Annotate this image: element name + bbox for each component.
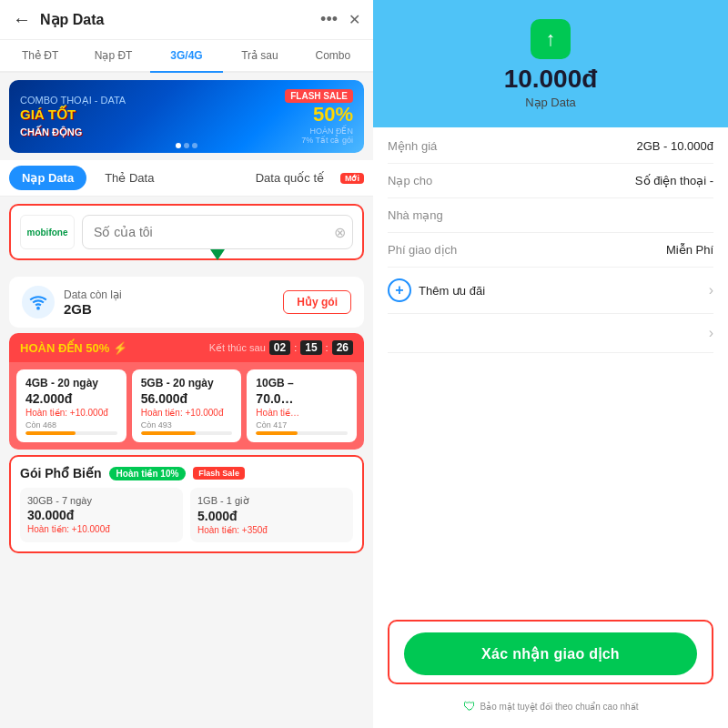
- phi-giao-dich-row: Phí giao dịch Miễn Phí: [388, 233, 713, 268]
- nap-cho-key: Nạp cho: [388, 174, 432, 187]
- sub-tab-the-data[interactable]: Thẻ Data: [92, 166, 167, 190]
- add-promo-row[interactable]: + Thêm ưu đãi ›: [388, 268, 713, 314]
- dropdown-arrow: [210, 249, 225, 260]
- sub-tab-nap-data[interactable]: Nạp Data: [9, 166, 86, 190]
- promo-banner[interactable]: COMBO THOẠI - DATA GIÁ TỐT CHẤN ĐỘNG FLA…: [9, 80, 364, 153]
- wifi-icon: [22, 286, 55, 318]
- new-badge: Mới: [340, 173, 364, 184]
- popular-card-title-1: 1GB - 1 giờ: [197, 495, 346, 507]
- confirm-button[interactable]: Xác nhận giao dịch: [404, 632, 697, 675]
- back-button[interactable]: ←: [13, 9, 31, 30]
- popular-header: Gói Phổ Biến Hoàn tiền 10% Flash Sale: [20, 466, 353, 480]
- banner-dot-1: [176, 143, 181, 148]
- promo-card-cashback-0: Hoàn tiền: +10.000đ: [25, 408, 117, 418]
- security-note: 🛡 Bảo mật tuyệt đối theo chuẩn cao nhất: [388, 699, 713, 713]
- sub-tab-data-quoc-te[interactable]: Data quốc tế: [243, 166, 337, 190]
- popular-card-1[interactable]: 1GB - 1 giờ 5.000đ Hoàn tiền: +350đ: [190, 488, 353, 542]
- promo-card-title-0: 4GB - 20 ngày: [25, 377, 117, 389]
- phone-input-wrap: ⊗: [82, 215, 353, 249]
- nap-cho-value: Số điện thoại -: [635, 174, 713, 187]
- popular-cards-list: 30GB - 7 ngày 30.000đ Hoàn tiền: +10.000…: [20, 488, 353, 542]
- app-icon-symbol: ↑: [546, 27, 556, 51]
- popular-card-cashback-0: Hoàn tiền: +10.000đ: [27, 524, 176, 534]
- popular-section: Gói Phổ Biến Hoàn tiền 10% Flash Sale 30…: [9, 455, 364, 553]
- phone-input[interactable]: [82, 215, 353, 249]
- tab-combo[interactable]: Combo: [297, 40, 369, 71]
- tab-the-dt[interactable]: Thẻ ĐT: [4, 40, 76, 71]
- tab-tra-sau[interactable]: Trả sau: [223, 40, 296, 71]
- header: ← Nạp Data ••• ✕: [0, 0, 373, 40]
- tab-3g4g[interactable]: 3G/4G: [150, 40, 223, 73]
- phi-giao-dich-key: Phí giao dịch: [388, 243, 457, 257]
- tab-nap-dt[interactable]: Nạp ĐT: [76, 40, 149, 71]
- promo-card-1[interactable]: 5GB - 20 ngày 56.000đ Hoàn tiền: +10.000…: [132, 369, 242, 442]
- main-tabs: Thẻ ĐT Nạp ĐT 3G/4G Trả sau Combo: [0, 40, 373, 73]
- transaction-amount: 10.000đ: [504, 65, 598, 94]
- data-remaining-section: Data còn lại 2GB Hủy gói: [9, 277, 364, 328]
- popular-card-title-0: 30GB - 7 ngày: [27, 495, 176, 506]
- popular-card-cashback-1: Hoàn tiền: +350đ: [197, 525, 346, 535]
- banner-dot-2: [184, 143, 189, 148]
- page-title: Nạp Data: [40, 11, 320, 28]
- nha-mang-key: Nhà mạng: [388, 208, 443, 222]
- promo-card-cashback-1: Hoàn tiền: +10.000đ: [141, 408, 233, 418]
- sub-tab-data-quoc-te-wrap: Data quốc tế Mới: [243, 166, 364, 190]
- phi-giao-dich-value: Miễn Phí: [666, 243, 713, 257]
- banner-dot-3: [192, 143, 197, 148]
- popular-card-price-0: 30.000đ: [27, 508, 176, 522]
- more-options-button[interactable]: •••: [320, 10, 338, 29]
- popular-badge: Hoàn tiền 10%: [109, 467, 187, 480]
- countdown: Kết thúc sau 02 : 15 : 26: [209, 340, 353, 355]
- security-text: Bảo mật tuyệt đối theo chuẩn cao nhất: [480, 702, 639, 712]
- right-top: ↑ 10.000đ Nạp Data: [373, 0, 728, 127]
- sub-tabs: Nạp Data Thẻ Data Data quốc tế Mới: [0, 160, 373, 197]
- close-button[interactable]: ✕: [349, 11, 360, 28]
- data-info: Data còn lại 2GB: [22, 286, 122, 318]
- extra-arrow-row[interactable]: ›: [388, 314, 713, 353]
- confirm-section: Xác nhận giao dịch: [388, 620, 713, 684]
- banner-sub: HOÀN ĐẾN 7% Tất cả gói: [285, 126, 353, 145]
- promo-section: HOÀN ĐẾN 50% ⚡ Kết thúc sau 02 : 15 : 26…: [9, 333, 364, 450]
- clear-input-icon[interactable]: ⊗: [334, 224, 346, 241]
- chevron-right-icon-2: ›: [709, 325, 713, 341]
- banner-title: GIÁ TỐT CHẤN ĐỘNG: [20, 106, 126, 139]
- app-icon: ↑: [531, 19, 571, 59]
- svg-point-0: [37, 308, 39, 309]
- promo-card-2[interactable]: 10GB – 70.0… Hoàn tiề… Còn 417: [247, 369, 357, 442]
- popular-card-price-1: 5.000đ: [197, 509, 346, 523]
- menh-gia-key: Mệnh giá: [388, 139, 437, 153]
- promo-card-stock-0: Còn 468: [25, 420, 117, 430]
- countdown-seconds: 26: [332, 340, 353, 355]
- phone-input-section: mobifone ⊗: [9, 204, 364, 260]
- flash-sale-badge: FLASH SALE: [285, 89, 353, 103]
- promo-card-title-2: 10GB –: [256, 377, 348, 389]
- promo-title: HOÀN ĐẾN 50% ⚡: [20, 341, 127, 355]
- banner-brand: COMBO THOẠI - DATA: [20, 95, 126, 106]
- add-promo-icon: +: [388, 278, 411, 302]
- popular-flash-sale-badge: Flash Sale: [193, 467, 245, 480]
- cancel-package-button[interactable]: Hủy gói: [283, 290, 351, 314]
- menh-gia-row: Mệnh giá 2GB - 10.000đ: [388, 129, 713, 164]
- nha-mang-row: Nhà mạng: [388, 198, 713, 233]
- popular-card-0[interactable]: 30GB - 7 ngày 30.000đ Hoàn tiền: +10.000…: [20, 488, 183, 542]
- promo-header: HOÀN ĐẾN 50% ⚡ Kết thúc sau 02 : 15 : 26: [9, 333, 364, 362]
- discount-pct: 50%: [285, 103, 353, 126]
- countdown-minutes: 15: [300, 340, 321, 355]
- promo-cards-list: 4GB - 20 ngày 42.000đ Hoàn tiền: +10.000…: [9, 362, 364, 450]
- shield-icon: 🛡: [463, 699, 476, 713]
- promo-card-price-0: 42.000đ: [25, 391, 117, 406]
- data-text: Data còn lại 2GB: [64, 288, 122, 317]
- left-panel: ← Nạp Data ••• ✕ Thẻ ĐT Nạp ĐT 3G/4G Trả…: [0, 0, 373, 728]
- carrier-logo: mobifone: [20, 215, 75, 249]
- chevron-right-icon: ›: [709, 282, 713, 298]
- add-promo-left: + Thêm ưu đãi: [388, 278, 485, 302]
- promo-card-stock-1: Còn 493: [141, 420, 233, 430]
- promo-card-0[interactable]: 4GB - 20 ngày 42.000đ Hoàn tiền: +10.000…: [16, 369, 126, 442]
- data-remaining-value: 2GB: [64, 301, 122, 317]
- popular-title: Gói Phổ Biến: [20, 466, 102, 480]
- promo-card-stock-2: Còn 417: [256, 420, 348, 430]
- countdown-label: Kết thúc sau: [209, 342, 266, 354]
- promo-card-cashback-2: Hoàn tiề…: [256, 408, 348, 418]
- banner-left-content: COMBO THOẠI - DATA GIÁ TỐT CHẤN ĐỘNG: [20, 95, 126, 139]
- transaction-label: Nạp Data: [525, 96, 576, 109]
